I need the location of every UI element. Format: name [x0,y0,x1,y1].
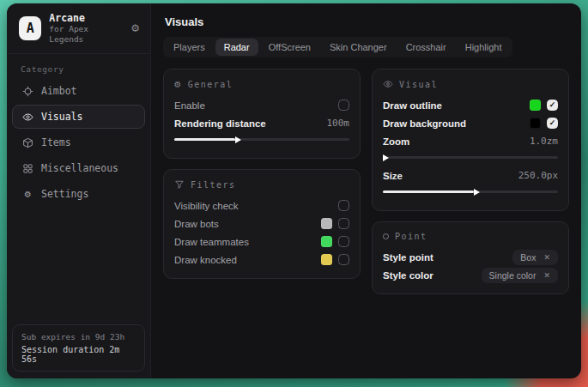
filters-panel-header: Filters [174,179,349,190]
tab-skin-changer[interactable]: Skin Changer [321,39,396,56]
draw-outline-checkbox[interactable]: ✓ [547,100,558,111]
session-info-box: Sub expires in 9d 23h Session duration 2… [12,324,145,372]
eye-icon [383,79,393,89]
draw-knocked-row: Draw knocked [174,251,349,269]
visuals-tabbar: Players Radar OffScreen Skin Changer Cro… [163,37,512,57]
zoom-slider[interactable] [383,156,558,159]
draw-bots-row: Draw bots [174,215,349,233]
slider-thumb[interactable] [235,136,241,143]
draw-background-row: Draw background ✓ [383,114,558,132]
sidebar-item-items[interactable]: Items [12,130,145,154]
funnel-icon [174,179,185,190]
sidebar-item-label: Items [41,136,71,148]
rendering-distance-row: Rendering distance 100m [174,114,349,132]
enable-label: Enable [174,100,205,111]
tab-crosshair[interactable]: Crosshair [397,39,455,56]
sidebar-header: A Arcane for Apex Legends ⚙ [7,3,150,54]
sidebar-item-label: Miscellaneous [41,162,118,174]
panel-title: Visual [399,80,438,89]
draw-outline-row: Draw outline ✓ [383,96,558,114]
style-color-label: Style color [383,270,433,281]
style-point-row: Style point Box ✕ [383,248,558,266]
eye-icon [21,111,33,123]
sub-expires-text: Sub expires in 9d 23h [21,332,136,342]
style-point-select[interactable]: Box ✕ [512,250,558,265]
zoom-value: 1.0zm [530,136,558,147]
point-icon [383,233,389,239]
visual-panel: Visual Draw outline ✓ Draw background [372,69,569,211]
sidebar: A Arcane for Apex Legends ⚙ Category Aim… [7,3,151,378]
draw-teammates-color-swatch[interactable] [321,236,332,247]
close-icon[interactable]: ✕ [543,253,550,262]
check-icon: ✓ [549,101,556,109]
sidebar-item-aimbot[interactable]: Aimbot [12,79,145,103]
visibility-check-row: Visibility check [174,197,349,215]
visibility-check-checkbox[interactable] [338,200,349,211]
point-panel-header: Point [383,232,558,241]
tab-highlight[interactable]: Highlight [457,39,511,56]
slider-thumb[interactable] [383,154,389,161]
panel-title: Point [395,232,427,241]
sidebar-item-label: Visuals [41,111,82,123]
style-color-select[interactable]: Single color ✕ [482,268,558,283]
check-icon: ✓ [549,119,556,127]
general-panel-header: ⚙ General [174,79,349,89]
visual-panel-header: Visual [383,79,558,89]
draw-background-label: Draw background [383,118,466,129]
close-icon[interactable]: ✕ [543,271,550,280]
draw-bots-label: Draw bots [174,219,219,229]
rendering-distance-label: Rendering distance [174,118,266,129]
zoom-row: Zoom 1.0zm [383,132,558,150]
draw-bots-color-swatch[interactable] [321,218,332,229]
app-window: A Arcane for Apex Legends ⚙ Category Aim… [7,3,581,378]
visibility-check-label: Visibility check [174,201,239,211]
size-value: 250.0px [518,170,558,181]
rendering-distance-value: 100m [327,118,350,129]
brand-block: Arcane for Apex Legends [49,12,123,45]
draw-knocked-color-swatch[interactable] [321,254,332,265]
sidebar-item-label: Aimbot [41,85,77,97]
gear-icon[interactable]: ⚙ [130,23,140,33]
main-content: Visuals Players Radar OffScreen Skin Cha… [151,3,581,378]
app-logo: A [19,16,41,40]
size-slider[interactable] [383,190,558,193]
sidebar-item-miscellaneous[interactable]: Miscellaneous [12,156,145,180]
desktop-background: { "icons": { "check": "✓", "close": "✕",… [0,0,588,387]
draw-outline-color-swatch[interactable] [530,100,541,111]
sidebar-item-settings[interactable]: ⚙ Settings [12,182,145,206]
enable-checkbox[interactable] [338,100,349,111]
box-icon [21,136,33,148]
zoom-label: Zoom [383,136,409,147]
app-subtitle: for Apex Legends [49,24,123,45]
style-point-value: Box [520,252,536,263]
session-duration-text: Session duration 2m 56s [21,345,136,364]
draw-background-checkbox[interactable]: ✓ [547,118,558,129]
draw-background-color-swatch[interactable] [530,118,541,129]
panel-title: General [188,80,233,89]
sidebar-nav: Aimbot Visuals Items Miscellaneous [7,79,150,206]
enable-row: Enable [174,96,349,114]
draw-outline-label: Draw outline [383,100,442,111]
page-title: Visuals [165,15,569,28]
style-point-label: Style point [383,252,433,263]
app-title: Arcane [49,12,123,24]
draw-teammates-checkbox[interactable] [338,236,349,247]
draw-bots-checkbox[interactable] [338,218,349,229]
slider-thumb[interactable] [474,189,480,196]
panel-title: Filters [191,180,236,190]
general-panel: ⚙ General Enable Rendering distance 100m [163,69,361,159]
category-label: Category [7,54,150,79]
rendering-distance-slider[interactable] [174,138,349,141]
gear-icon: ⚙ [21,188,33,200]
tab-offscreen[interactable]: OffScreen [260,39,319,56]
point-panel: Point Style point Box ✕ Style color [372,221,569,294]
tab-players[interactable]: Players [165,39,214,56]
style-color-value: Single color [489,270,536,281]
tab-radar[interactable]: Radar [215,39,258,56]
size-row: Size 250.0px [383,166,558,184]
draw-knocked-checkbox[interactable] [338,254,349,265]
draw-teammates-row: Draw teammates [174,233,349,251]
filters-panel: Filters Visibility check Draw bots [163,169,361,279]
sidebar-item-label: Settings [41,188,88,200]
sidebar-item-visuals[interactable]: Visuals [12,105,145,129]
